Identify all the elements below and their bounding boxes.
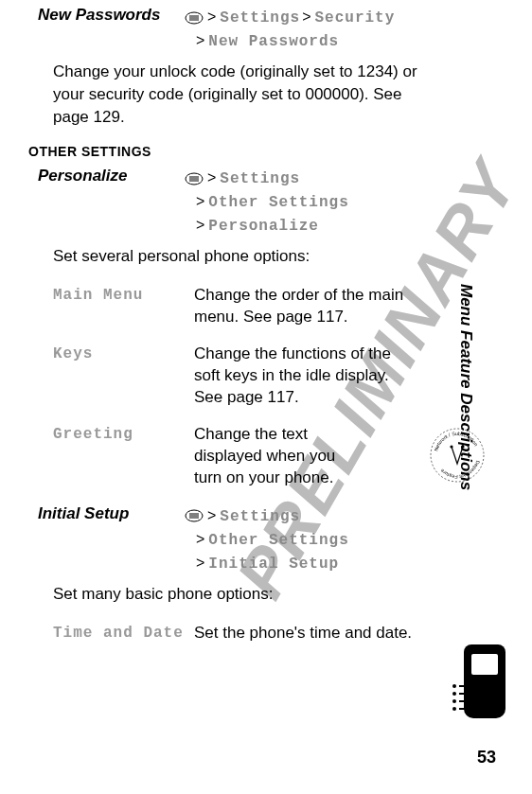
feature-personalize: Personalize >Settings >Other Settings >P… <box>28 167 418 238</box>
section-label-other-settings: OTHER SETTINGS <box>28 144 418 159</box>
feature-intro: Set many basic phone options: <box>28 581 418 617</box>
svg-point-11 <box>450 445 452 448</box>
breadcrumb: >Settings >Other Settings >Initial Setup <box>185 504 349 576</box>
bc-other-settings: Other Settings <box>208 194 348 211</box>
item-desc: Change the text displayed when you turn … <box>194 424 418 489</box>
item-time-date: Time and Date Set the phone's time and d… <box>28 617 418 654</box>
item-desc-text: Change the text displayed when you turn … <box>194 425 335 486</box>
bc-initial-setup: Initial Setup <box>208 556 339 573</box>
item-desc: Change the order of the main menu. See p… <box>194 285 418 328</box>
bc-settings: Settings <box>220 170 300 187</box>
breadcrumb: >Settings>Security >New Passwords <box>185 6 395 53</box>
item-greeting: Greeting Change the text displayed when … <box>28 418 418 499</box>
item-label: Main Menu <box>53 285 194 304</box>
breadcrumb: >Settings >Other Settings >Personalize <box>185 167 349 238</box>
feature-title: Initial Setup <box>28 504 185 523</box>
feature-new-passwords: New Passwords >Settings>Security >New Pa… <box>28 6 418 53</box>
bc-new-passwords: New Passwords <box>208 33 339 50</box>
feature-intro: Set several personal phone options: <box>28 243 418 279</box>
item-label: Time and Date <box>53 623 194 642</box>
item-main-menu: Main Menu Change the order of the main m… <box>28 279 418 338</box>
side-title: Menu Feature Descriptions <box>456 284 475 490</box>
item-desc: Set the phone's time and date. <box>194 623 418 644</box>
bc-settings: Settings <box>220 9 300 26</box>
bc-other-settings: Other Settings <box>208 532 348 549</box>
bc-personalize: Personalize <box>208 218 319 235</box>
item-label: Keys <box>53 344 194 362</box>
feature-desc: Change your unlock code (originally set … <box>28 59 418 139</box>
item-keys: Keys Change the functions of the soft ke… <box>28 338 418 418</box>
page-content: New Passwords >Settings>Security >New Pa… <box>0 0 532 654</box>
feature-initial-setup: Initial Setup >Settings >Other Settings … <box>28 504 418 576</box>
feature-title: New Passwords <box>28 6 185 25</box>
bc-settings: Settings <box>220 508 300 525</box>
side-column: Menu Feature Descriptions <box>456 284 475 587</box>
page-number: 53 <box>477 748 496 768</box>
item-desc: Change the functions of the soft keys in… <box>194 344 418 409</box>
phone-icon <box>464 644 505 718</box>
feature-title: Personalize <box>28 167 185 185</box>
menu-key-icon <box>185 11 204 25</box>
menu-key-icon <box>185 509 204 522</box>
item-label: Greeting <box>53 424 194 443</box>
menu-key-icon <box>185 172 204 185</box>
bc-security: Security <box>315 9 396 26</box>
